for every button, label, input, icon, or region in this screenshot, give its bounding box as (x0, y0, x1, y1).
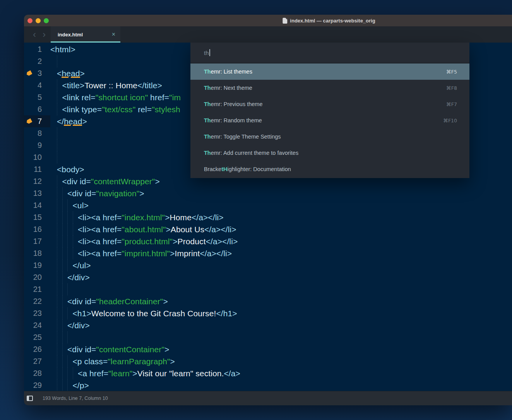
indent-guide (50, 319, 57, 331)
indent-guide (50, 331, 57, 343)
indent-guide (67, 235, 73, 247)
code-text: <div id="headerContainer"> (50, 295, 168, 307)
palette-shortcut: ⌘F10 (443, 118, 457, 123)
indent-guide (50, 55, 57, 67)
indent-guide (62, 247, 68, 259)
code-token: <a href= (78, 369, 108, 378)
code-token: About Us (171, 225, 204, 234)
gutter: 16 (24, 223, 50, 235)
code-token: "product.html" (122, 237, 173, 246)
code-line[interactable]: 28<a href="learn">Visit our "learn" sect… (24, 367, 512, 379)
indent-guide (73, 211, 78, 223)
code-line[interactable]: 26<div id="contentContainer"> (24, 343, 512, 355)
palette-item[interactable]: BracketHighlighter: Documentation (190, 161, 469, 177)
palette-item[interactable]: Themr: Previous theme⌘F7 (190, 96, 469, 112)
line-number: 14 (24, 199, 42, 211)
palette-search-input[interactable]: th (190, 43, 469, 63)
indent-guide (62, 367, 68, 379)
palette-item[interactable]: Themr: Add current theme to favorites (190, 145, 469, 161)
indent-guide (62, 343, 68, 355)
code-line[interactable]: 27<p class="learnParagraph"> (24, 355, 512, 367)
code-text: <li><a href="imprint.html">Imprint</a></… (50, 247, 232, 259)
indent-guide (50, 175, 57, 187)
gutter: 2 (24, 55, 50, 67)
indent-guide (57, 247, 62, 259)
code-token: <li><a href= (78, 237, 122, 246)
code-line[interactable]: 13<div id="navigation"> (24, 187, 512, 199)
code-line[interactable]: 15<li><a href="index.html">Home</a></li> (24, 211, 512, 223)
indent-guide (57, 91, 62, 103)
zoom-window-button[interactable] (44, 18, 49, 23)
tab-close-icon[interactable]: × (112, 31, 115, 38)
indent-guide (50, 343, 57, 355)
code-line[interactable]: 22<div id="headerContainer"> (24, 295, 512, 307)
forward-chevron-icon[interactable]: › (43, 30, 46, 39)
code-text: <link rel="shortcut icon" href="im (50, 91, 181, 103)
code-text: <li><a href="product.html">Product</a></… (50, 235, 238, 247)
code-token: < (57, 69, 62, 78)
line-number: 4 (24, 79, 42, 91)
line-number: 18 (24, 247, 42, 259)
code-text (50, 139, 62, 151)
code-text: <body> (50, 163, 84, 175)
line-number: 26 (24, 343, 42, 355)
code-line[interactable]: 25 (24, 331, 512, 343)
back-chevron-icon[interactable]: ‹ (33, 30, 36, 39)
gutter: 25 (24, 331, 50, 343)
indent-guide (50, 223, 57, 235)
indent-guide (57, 367, 62, 379)
sidebar-toggle-icon[interactable] (27, 396, 33, 401)
indent-guide (57, 379, 62, 391)
code-line[interactable]: 17<li><a href="product.html">Product</a>… (24, 235, 512, 247)
code-text (50, 331, 73, 343)
code-token: > (155, 177, 159, 186)
tab-index-html[interactable]: index.html × (51, 26, 120, 43)
code-line[interactable]: 21 (24, 283, 512, 295)
code-token: "learn" (108, 369, 132, 378)
code-text: <h1>Welcome to the Git Crash Course!</h1… (50, 307, 237, 319)
code-token: "about.html" (122, 225, 166, 234)
line-number: 11 (24, 163, 42, 175)
code-token: </title> (137, 81, 162, 90)
palette-shortcut: ⌘F7 (446, 101, 457, 107)
code-line[interactable]: 19</ul> (24, 259, 512, 271)
indent-guide (67, 211, 73, 223)
indent-guide (50, 211, 57, 223)
code-token: <body> (57, 165, 84, 174)
code-line[interactable]: 20</div> (24, 271, 512, 283)
gutter: 22 (24, 295, 50, 307)
code-text: <link type="text/css" rel="stylesh (50, 103, 180, 115)
code-text: <div id="contentContainer"> (50, 343, 169, 355)
code-line[interactable]: 16<li><a href="about.html">About Us</a><… (24, 223, 512, 235)
indent-guide (67, 367, 73, 379)
code-token: </p> (73, 381, 89, 390)
code-token: <p class= (73, 357, 108, 366)
code-token: </div> (67, 273, 90, 282)
indent-guide (57, 223, 62, 235)
code-line[interactable]: 24</div> (24, 319, 512, 331)
code-text: <li><a href="index.html">Home</a></li> (50, 211, 224, 223)
code-line[interactable]: 18<li><a href="imprint.html">Imprint</a>… (24, 247, 512, 259)
indent-guide (50, 271, 57, 283)
code-token: > (164, 345, 169, 354)
gutter: 15 (24, 211, 50, 223)
palette-item[interactable]: Themr: List themes⌘F5 (190, 63, 469, 80)
code-text: <html> (50, 43, 75, 55)
indent-guide (67, 355, 73, 367)
gutter: 20 (24, 271, 50, 283)
indent-guide (62, 235, 68, 247)
palette-item[interactable]: Themr: Toggle Theme Settings (190, 129, 469, 145)
code-token: </a></li> (206, 237, 238, 246)
palette-item[interactable]: Themr: Next theme⌘F8 (190, 80, 469, 96)
code-line[interactable]: 14<ul> (24, 199, 512, 211)
palette-item[interactable]: Themr: Random theme⌘F10 (190, 112, 469, 129)
code-line[interactable]: 29</p> (24, 379, 512, 391)
close-window-button[interactable] (27, 18, 33, 23)
indent-guide (73, 223, 78, 235)
code-line[interactable]: 23<h1>Welcome to the Git Crash Course!</… (24, 307, 512, 319)
minimize-window-button[interactable] (36, 18, 41, 23)
code-token: <li><a href= (78, 213, 122, 222)
indent-guide (67, 379, 73, 391)
code-text (50, 151, 62, 163)
desktop-background: index.html — carparts-website_orig ‹ › i… (0, 0, 512, 420)
